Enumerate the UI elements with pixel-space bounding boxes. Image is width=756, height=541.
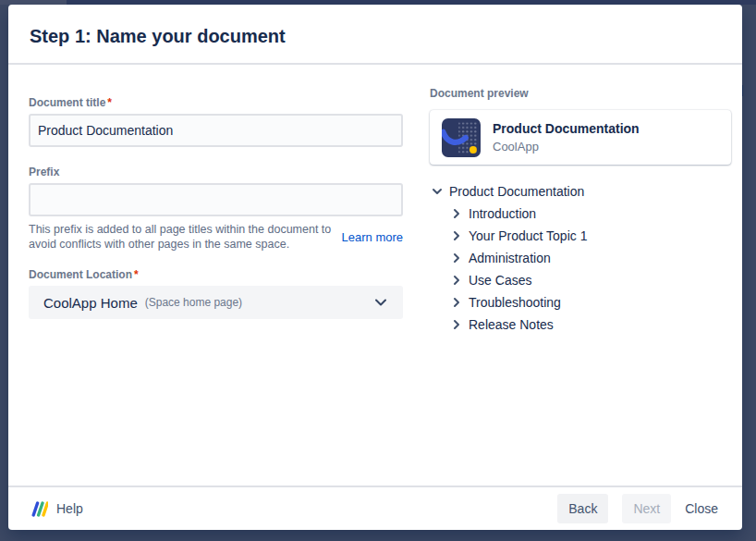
prefix-input[interactable] (29, 183, 403, 216)
preview-card-title: Product Documentation (493, 121, 640, 137)
document-location-label-text: Document Location (29, 268, 132, 281)
scroll-slashes-logo-icon (30, 501, 48, 517)
document-title-field-group: Document title* (29, 96, 403, 147)
back-button[interactable]: Back (557, 494, 608, 523)
tree-item-label: Use Cases (469, 273, 531, 288)
prefix-helper-row: This prefix is added to all page titles … (29, 222, 403, 252)
tree-item[interactable]: Introduction (430, 203, 731, 225)
tree-item-label: Administration (469, 251, 551, 265)
help-label: Help (56, 501, 83, 516)
chevron-right-icon (449, 273, 464, 288)
document-location-hint: (Space home page) (145, 296, 242, 309)
chevron-right-icon (449, 317, 464, 332)
form-column: Document title* Prefix This prefix is ad… (8, 65, 430, 486)
name-document-dialog: Step 1: Name your document Document titl… (8, 5, 742, 530)
tree-item[interactable]: Administration (430, 247, 731, 269)
preview-column: Document preview Product Documentation (430, 65, 742, 486)
preview-heading: Document preview (430, 87, 731, 100)
tree-item-label: Product Documentation (449, 184, 584, 199)
required-asterisk: * (134, 268, 139, 281)
tree-item[interactable]: Use Cases (430, 269, 731, 291)
required-asterisk: * (107, 96, 112, 109)
dialog-footer: Help Back Next Close (8, 486, 742, 530)
document-title-input[interactable] (29, 114, 403, 147)
chevron-right-icon (449, 206, 464, 221)
dialog-body: Document title* Prefix This prefix is ad… (8, 65, 742, 486)
document-title-label: Document title* (29, 96, 403, 109)
tree-item[interactable]: Your Product Topic 1 (430, 225, 731, 247)
next-button[interactable]: Next (622, 494, 671, 523)
dialog-header: Step 1: Name your document (8, 5, 742, 65)
chevron-right-icon (449, 228, 464, 243)
document-theme-icon (442, 118, 481, 157)
chevron-right-icon (449, 251, 464, 265)
dialog-title: Step 1: Name your document (30, 25, 720, 47)
chevron-down-icon (430, 184, 445, 199)
preview-card-subtitle: CoolApp (493, 140, 640, 154)
document-location-field-group: Document Location* CoolApp Home (Space h… (29, 268, 403, 319)
tree-item-label: Introduction (469, 206, 536, 221)
document-location-value: CoolApp Home (43, 295, 138, 311)
document-title-label-text: Document title (29, 96, 105, 109)
preview-page-tree: Product Documentation Introduction Your … (430, 180, 731, 336)
chevron-right-icon (449, 295, 464, 310)
tree-root-item[interactable]: Product Documentation (430, 180, 731, 203)
prefix-field-group: Prefix This prefix is added to all page … (29, 166, 403, 252)
prefix-helper-text: This prefix is added to all page titles … (29, 222, 336, 252)
learn-more-link[interactable]: Learn more (342, 230, 403, 244)
chevron-down-icon (372, 293, 390, 312)
help-button[interactable]: Help (30, 501, 83, 517)
tree-item-label: Troubleshooting (469, 295, 561, 310)
tree-item[interactable]: Release Notes (430, 314, 731, 336)
document-preview-card: Product Documentation CoolApp (430, 110, 731, 165)
tree-item[interactable]: Troubleshooting (430, 291, 731, 314)
tree-item-label: Release Notes (469, 317, 554, 332)
document-location-select[interactable]: CoolApp Home (Space home page) (29, 286, 403, 319)
footer-buttons: Back Next Close (557, 494, 718, 523)
document-location-label: Document Location* (29, 268, 403, 281)
tree-item-label: Your Product Topic 1 (469, 228, 587, 243)
close-button[interactable]: Close (685, 494, 718, 523)
preview-card-text: Product Documentation CoolApp (493, 121, 640, 154)
prefix-label: Prefix (29, 166, 403, 178)
